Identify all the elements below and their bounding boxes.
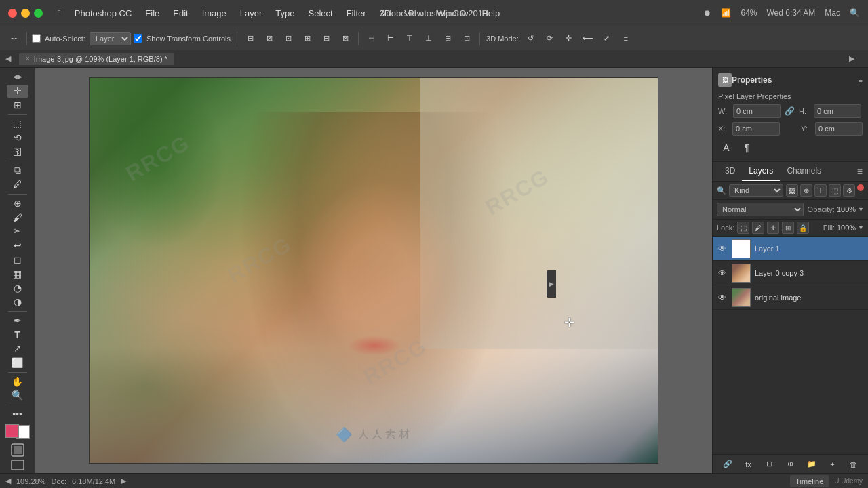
menu-type[interactable]: Type [269,5,301,21]
add-adjustment-btn[interactable]: ⊕ [784,458,797,471]
delete-layer-btn[interactable]: 🗑 [847,458,861,471]
tab-nav-left[interactable]: ◀ [5,54,19,63]
menu-photoshop[interactable]: Photoshop CC [68,5,139,21]
zoom-tool[interactable]: 🔍 [7,389,28,402]
path-select-tool[interactable]: ↗ [7,342,28,355]
apple-menu[interactable]:  [51,5,68,21]
layer-visibility-icon[interactable]: 👁 [717,292,728,303]
color-swatches[interactable] [5,424,30,439]
clone-tool[interactable]: ✂ [7,225,28,238]
timeline-tab[interactable]: Timeline [790,475,829,487]
menu-file[interactable]: File [138,5,166,21]
eyedropper-tool[interactable]: 🖊 [7,178,28,191]
marquee-tool[interactable]: ⬚ [7,117,28,130]
w-input[interactable] [733,104,781,118]
pen-tool[interactable]: ✒ [7,314,28,327]
brush-tool[interactable]: 🖌 [7,211,28,224]
screen-mode-btn[interactable] [8,459,27,470]
blend-mode-select[interactable]: Normal Multiply Screen Overlay [717,203,804,216]
3d-rotate-btn[interactable]: ↺ [523,30,539,47]
menu-edit[interactable]: Edit [166,5,195,21]
lock-position-btn[interactable]: ✛ [767,222,779,234]
3d-extra-btn[interactable]: ≡ [618,30,634,47]
shape-filter-btn[interactable]: ⬚ [829,184,841,197]
quick-select-tool[interactable]: ⚿ [7,146,28,159]
menu-select[interactable]: Select [302,5,340,21]
x-input[interactable] [732,122,780,136]
expand-btn-right[interactable]: ▶ [121,476,126,485]
3d-slide-btn[interactable]: ⟵ [580,30,596,47]
layer-item[interactable]: 👁 Layer 0 copy 3 [713,261,868,285]
tab-3d[interactable]: 3D [718,162,742,181]
menu-filter[interactable]: Filter [340,5,373,21]
crop-tool[interactable]: ⧉ [7,164,28,177]
menu-layer[interactable]: Layer [233,5,269,21]
distribute-top-btn[interactable]: ⊥ [420,30,437,47]
tab-layers[interactable]: Layers [742,162,780,181]
lasso-tool[interactable]: ⟲ [7,131,28,144]
distribute-left-btn[interactable]: ⊣ [363,30,380,47]
align-middle-v-btn[interactable]: ⊟ [318,30,334,47]
canvas[interactable]: RRCG RRCG RRCG RRCG 🔷 人人素材 ✛ [89,77,658,464]
layer-visibility-icon[interactable]: 👁 [717,268,728,279]
align-left-btn[interactable]: ⊟ [242,30,258,47]
lock-pixels-btn[interactable]: 🖌 [752,222,764,234]
pixel-filter-btn[interactable]: 🖼 [786,184,798,197]
align-center-h-btn[interactable]: ⊠ [261,30,277,47]
kind-filter-select[interactable]: Kind [729,184,783,197]
lock-all-btn[interactable]: 🔒 [797,222,809,234]
tab-nav-right[interactable]: ▶ [849,54,863,63]
close-button[interactable] [8,9,17,18]
filter-active-dot[interactable] [857,184,864,191]
align-bottom-btn[interactable]: ⊠ [337,30,353,47]
type-tool[interactable]: T [7,328,28,341]
arrow-tool-expand[interactable]: ◀▶ [7,70,28,83]
artboard-tool[interactable]: ⊞ [7,99,28,112]
menu-image[interactable]: Image [195,5,233,21]
h-input[interactable] [814,104,861,118]
link-layers-btn[interactable]: 🔗 [721,458,734,471]
distribute-right-btn[interactable]: ⊤ [401,30,418,47]
type-filter-btn[interactable]: T [814,184,827,197]
layer-item[interactable]: 👁 original image [713,285,868,310]
foreground-color[interactable] [5,424,19,438]
close-icon[interactable]: × [26,55,30,62]
quick-mask-btn[interactable] [8,443,27,458]
fill-arrow[interactable]: ▼ [858,224,864,231]
add-group-btn[interactable]: 📁 [805,458,818,471]
extra-tools[interactable]: ••• [7,407,28,420]
align-right-btn[interactable]: ⊡ [280,30,296,47]
tab-channels[interactable]: Channels [780,162,828,181]
3d-pan-btn[interactable]: ✛ [561,30,577,47]
add-style-btn[interactable]: fx [742,458,755,471]
lock-artboard-btn[interactable]: ⊞ [782,222,794,234]
3d-tumble-btn[interactable]: ⟳ [542,30,558,47]
transform-controls-checkbox[interactable] [134,34,142,43]
traffic-lights[interactable] [8,9,43,18]
gradient-tool[interactable]: ▦ [7,267,28,280]
healing-tool[interactable]: ⊕ [7,197,28,209]
paragraph-btn[interactable]: ¶ [738,140,755,156]
adjustment-filter-btn[interactable]: ⊕ [800,184,812,197]
text-wrap-btn[interactable]: A [718,140,734,156]
y-input[interactable] [815,122,863,136]
lock-transparent-btn[interactable]: ⬚ [737,222,749,234]
fill-value[interactable]: 100% [837,224,856,232]
auto-select-checkbox[interactable] [32,34,41,43]
align-top-btn[interactable]: ⊞ [299,30,315,47]
hand-tool[interactable]: ✋ [7,375,28,388]
link-icon[interactable]: 🔗 [785,106,795,116]
expand-btn-left[interactable]: ◀ [5,476,11,485]
new-layer-btn[interactable]: + [826,458,840,471]
smart-filter-btn[interactable]: ⚙ [843,184,855,197]
blur-tool[interactable]: ◔ [7,281,28,294]
layers-panel-menu[interactable]: ≡ [857,166,863,177]
layer-visibility-icon[interactable]: 👁 [717,243,728,254]
move-tool[interactable]: ✛ [7,85,28,98]
fullscreen-button[interactable] [34,9,43,18]
layer-select-dropdown[interactable]: Layer Group [90,32,131,45]
properties-menu[interactable]: ≡ [859,76,863,84]
move-tool-options[interactable]: ⊹ [5,30,22,47]
opacity-value[interactable]: 100% [837,205,856,214]
layer-item[interactable]: 👁 Layer 1 [713,237,868,261]
